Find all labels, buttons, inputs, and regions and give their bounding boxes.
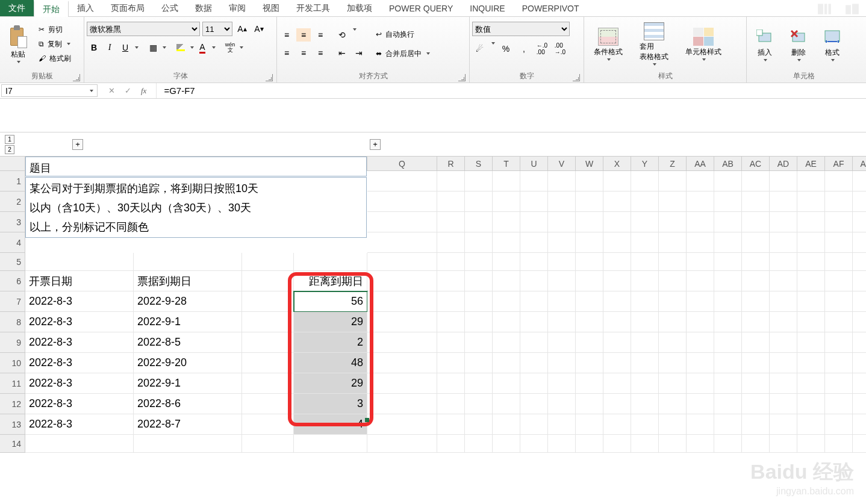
col-header-AE[interactable]: AE bbox=[797, 157, 825, 171]
cell[interactable] bbox=[576, 171, 603, 191]
cell[interactable] bbox=[659, 435, 687, 453]
cell[interactable] bbox=[687, 312, 714, 332]
cell[interactable]: 2022-8-3 bbox=[25, 312, 134, 332]
cell[interactable]: 2022-8-3 bbox=[25, 353, 134, 373]
cell[interactable] bbox=[437, 253, 465, 271]
cell[interactable] bbox=[493, 212, 520, 232]
row-header-6[interactable]: 6 bbox=[0, 271, 25, 291]
format-painter-button[interactable]: 🖌格式刷 bbox=[36, 51, 73, 66]
cell[interactable] bbox=[631, 232, 659, 253]
format-as-table-button[interactable]: 套用表格格式 bbox=[632, 20, 676, 68]
cell[interactable] bbox=[242, 271, 294, 291]
cell[interactable] bbox=[631, 312, 659, 332]
cell[interactable] bbox=[520, 394, 548, 414]
cell[interactable] bbox=[367, 191, 437, 212]
cell[interactable] bbox=[603, 253, 631, 271]
cell[interactable] bbox=[493, 373, 520, 394]
cell[interactable] bbox=[714, 253, 742, 271]
cell[interactable] bbox=[437, 291, 465, 312]
cell[interactable]: 距离到期日 bbox=[294, 271, 367, 291]
cell[interactable] bbox=[520, 414, 548, 435]
bold-button[interactable]: B bbox=[87, 41, 101, 54]
cell[interactable]: 2022-8-5 bbox=[134, 332, 242, 353]
cell[interactable] bbox=[437, 212, 465, 232]
cell[interactable] bbox=[576, 373, 603, 394]
align-middle-button[interactable]: ≡ bbox=[296, 28, 311, 42]
row-header-4[interactable]: 4 bbox=[0, 232, 25, 253]
percent-button[interactable]: % bbox=[499, 42, 513, 55]
cell[interactable] bbox=[437, 271, 465, 291]
cell[interactable] bbox=[770, 312, 797, 332]
align-bottom-button[interactable]: ≡ bbox=[313, 28, 328, 42]
merge-center-button[interactable]: ⬌合并后居中 bbox=[373, 46, 432, 61]
cell[interactable] bbox=[659, 171, 687, 191]
cell[interactable]: 4 bbox=[294, 414, 367, 435]
cell[interactable] bbox=[437, 353, 465, 373]
cell[interactable] bbox=[714, 271, 742, 291]
cell[interactable] bbox=[576, 435, 603, 453]
col-header-AF[interactable]: AF bbox=[825, 157, 853, 171]
cell[interactable] bbox=[770, 373, 797, 394]
cell[interactable] bbox=[367, 271, 437, 291]
cell[interactable] bbox=[825, 191, 853, 212]
cell[interactable] bbox=[520, 373, 548, 394]
cell[interactable] bbox=[548, 373, 576, 394]
cell[interactable] bbox=[797, 435, 825, 453]
cell[interactable] bbox=[853, 271, 866, 291]
align-top-button[interactable]: ≡ bbox=[279, 28, 294, 42]
cell[interactable] bbox=[465, 212, 493, 232]
cell[interactable] bbox=[687, 191, 714, 212]
cell[interactable] bbox=[853, 171, 866, 191]
cell[interactable] bbox=[242, 435, 294, 453]
cell[interactable]: 2022-8-3 bbox=[25, 373, 134, 394]
cell[interactable]: 56 bbox=[294, 291, 367, 312]
cell[interactable] bbox=[714, 232, 742, 253]
cell[interactable] bbox=[465, 394, 493, 414]
cell[interactable] bbox=[742, 253, 770, 271]
cell[interactable] bbox=[603, 291, 631, 312]
cell[interactable] bbox=[687, 212, 714, 232]
cell[interactable] bbox=[603, 271, 631, 291]
cell[interactable] bbox=[825, 171, 853, 191]
cell[interactable]: 48 bbox=[294, 353, 367, 373]
dialog-launcher-icon[interactable] bbox=[73, 74, 80, 81]
row-header-11[interactable]: 11 bbox=[0, 373, 25, 394]
cell[interactable] bbox=[465, 312, 493, 332]
col-header-U[interactable]: U bbox=[520, 157, 548, 171]
cell[interactable] bbox=[465, 253, 493, 271]
cell[interactable] bbox=[493, 191, 520, 212]
cell[interactable] bbox=[603, 171, 631, 191]
cell[interactable] bbox=[770, 435, 797, 453]
cell[interactable] bbox=[797, 332, 825, 353]
cell[interactable] bbox=[687, 291, 714, 312]
cell[interactable] bbox=[520, 232, 548, 253]
cell[interactable] bbox=[742, 191, 770, 212]
cell[interactable] bbox=[465, 353, 493, 373]
cell[interactable] bbox=[714, 414, 742, 435]
cell[interactable] bbox=[687, 394, 714, 414]
cell[interactable] bbox=[742, 271, 770, 291]
cell[interactable] bbox=[631, 414, 659, 435]
cell[interactable] bbox=[742, 332, 770, 353]
cell[interactable] bbox=[853, 191, 866, 212]
cell[interactable] bbox=[714, 191, 742, 212]
cell[interactable]: 29 bbox=[294, 312, 367, 332]
cell[interactable] bbox=[576, 191, 603, 212]
cell[interactable] bbox=[465, 332, 493, 353]
cell[interactable] bbox=[853, 332, 866, 353]
cell[interactable] bbox=[548, 332, 576, 353]
increase-font-button[interactable]: A▴ bbox=[235, 22, 249, 36]
cell[interactable] bbox=[25, 253, 134, 271]
cell[interactable] bbox=[465, 171, 493, 191]
cell[interactable] bbox=[714, 353, 742, 373]
cell[interactable] bbox=[659, 253, 687, 271]
cell[interactable] bbox=[367, 414, 437, 435]
cell[interactable] bbox=[548, 353, 576, 373]
dialog-launcher-icon[interactable] bbox=[266, 74, 273, 81]
cell[interactable] bbox=[797, 414, 825, 435]
cell[interactable]: 2 bbox=[294, 332, 367, 353]
cancel-icon[interactable]: ✕ bbox=[108, 86, 115, 95]
cell[interactable] bbox=[687, 373, 714, 394]
cell[interactable] bbox=[576, 353, 603, 373]
cell[interactable] bbox=[742, 291, 770, 312]
